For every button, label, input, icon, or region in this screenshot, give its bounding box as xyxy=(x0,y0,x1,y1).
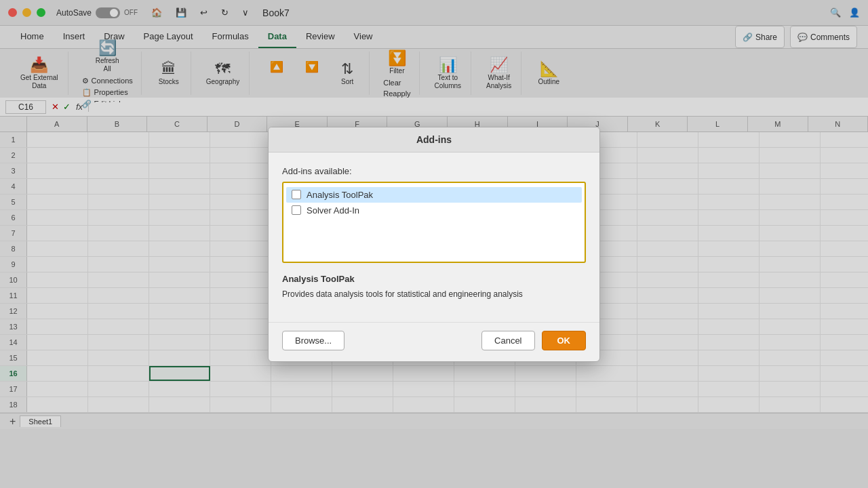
dialog-title: Add-ins xyxy=(269,127,599,152)
description-section: Analysis ToolPak Provides data analysis … xyxy=(282,274,586,300)
addin-checkbox-solver[interactable] xyxy=(292,205,301,215)
dialog-right-buttons: Cancel OK xyxy=(481,331,586,350)
cancel-button[interactable]: Cancel xyxy=(481,331,534,350)
addin-name-solver: Solver Add-In xyxy=(307,205,359,216)
description-text: Provides data analysis tools for statist… xyxy=(282,288,586,300)
addins-section-label: Add-ins available: xyxy=(282,166,586,176)
browse-button[interactable]: Browse... xyxy=(282,331,344,350)
dialog-footer: Browse... Cancel OK xyxy=(269,322,599,361)
dialog-overlay: Add-ins Add-ins available: Analysis Tool… xyxy=(0,0,868,488)
dialog-body: Add-ins available: Analysis ToolPak Solv… xyxy=(269,152,599,322)
addin-name-analysis: Analysis ToolPak xyxy=(307,190,373,200)
ok-button[interactable]: OK xyxy=(542,331,587,350)
addins-list: Analysis ToolPak Solver Add-In xyxy=(282,182,586,263)
description-title: Analysis ToolPak xyxy=(282,274,586,284)
addin-item-solver[interactable]: Solver Add-In xyxy=(286,203,582,218)
addin-checkbox-analysis[interactable] xyxy=(292,190,301,199)
addin-item-analysis[interactable]: Analysis ToolPak xyxy=(286,187,582,203)
addins-dialog: Add-ins Add-ins available: Analysis Tool… xyxy=(268,127,600,362)
